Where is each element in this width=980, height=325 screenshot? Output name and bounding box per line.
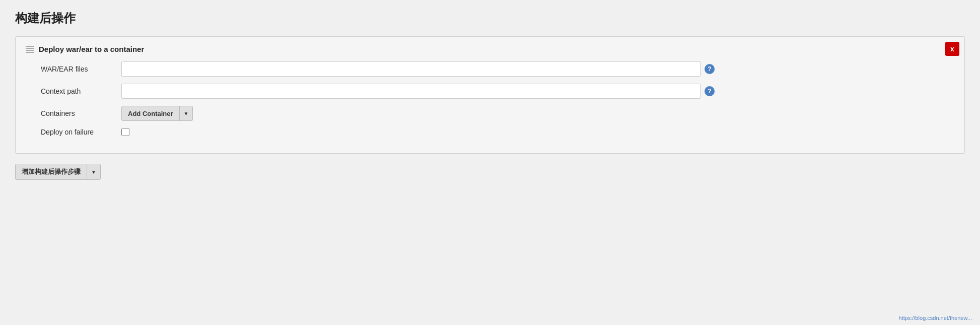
deploy-failure-checkbox[interactable] [121, 128, 129, 136]
war-ear-help-icon[interactable]: ? [705, 64, 715, 74]
context-path-input[interactable] [121, 84, 701, 99]
add-step-arrow-icon: ▼ [87, 164, 100, 179]
containers-label: Containers [41, 109, 121, 117]
context-path-row: Context path ? [26, 84, 954, 99]
section-title: Deploy war/ear to a container [39, 45, 144, 53]
page-title: 构建后操作 [15, 10, 965, 26]
page-container: 构建后操作 Deploy war/ear to a container x WA… [0, 0, 980, 190]
war-ear-label: WAR/EAR files [41, 65, 121, 73]
context-path-help-icon[interactable]: ? [705, 86, 715, 96]
add-container-arrow-icon: ▼ [180, 106, 193, 120]
close-button[interactable]: x [945, 42, 959, 56]
deploy-failure-label: Deploy on failure [41, 128, 121, 136]
containers-row: Containers Add Container ▼ [26, 106, 954, 121]
add-container-button[interactable]: Add Container ▼ [121, 106, 193, 121]
bottom-section: 增加构建后操作步骤 ▼ [15, 164, 965, 180]
footer-link[interactable]: https://blog.csdn.net/thenew... [898, 315, 972, 321]
war-ear-input[interactable] [121, 61, 701, 77]
war-ear-row: WAR/EAR files ? [26, 61, 954, 77]
add-step-label: 增加构建后操作步骤 [16, 164, 87, 179]
add-step-button[interactable]: 增加构建后操作步骤 ▼ [15, 164, 101, 180]
post-build-section: Deploy war/ear to a container x WAR/EAR … [15, 36, 965, 154]
context-path-label: Context path [41, 87, 121, 95]
drag-handle [26, 46, 34, 53]
add-container-label: Add Container [122, 106, 180, 120]
deploy-failure-row: Deploy on failure [26, 128, 954, 136]
section-header: Deploy war/ear to a container [26, 45, 954, 53]
